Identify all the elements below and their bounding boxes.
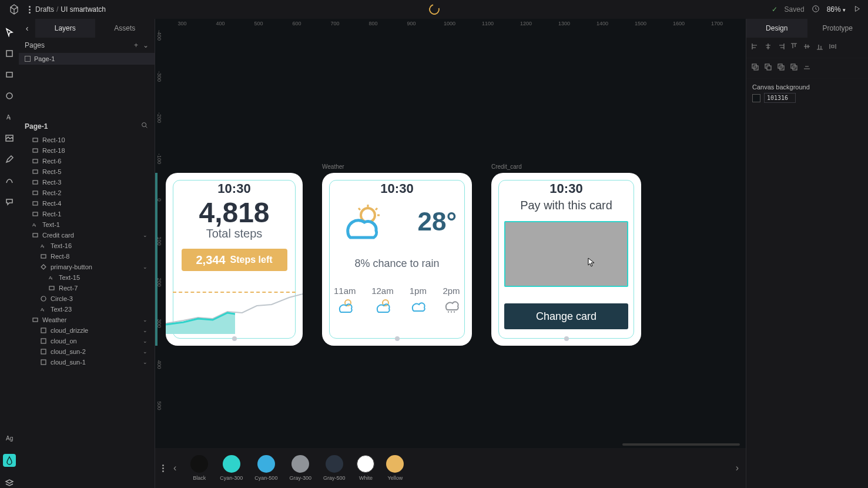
horizontal-scrollbar[interactable] [622,443,740,446]
layer-row[interactable]: AIText-15 [19,272,155,283]
boolean-exclude-icon[interactable] [790,63,798,73]
color-swatch[interactable]: White [357,455,374,481]
distribute-h-icon[interactable] [829,42,837,53]
layer-row[interactable]: cloud_sun-1⌄ [19,357,155,367]
color-swatch[interactable]: Black [190,455,208,481]
align-left-icon[interactable] [751,42,759,53]
collapse-pages-icon[interactable]: ⌄ [143,41,149,49]
layer-row[interactable]: Rect-18 [19,145,155,156]
layer-row[interactable]: primary-button⌄ [19,262,155,272]
color-swatch[interactable]: Yellow [386,455,404,481]
zoom-level[interactable]: 86% ▾ [827,5,846,14]
boolean-union-icon[interactable] [751,63,759,73]
layer-row[interactable]: cloud_on⌄ [19,336,155,346]
canvas-bg-input[interactable] [764,93,796,103]
layer-row[interactable]: AIText-23 [19,304,155,315]
layer-row[interactable]: AIText-16 [19,240,155,251]
layer-row[interactable]: Rect-8 [19,251,155,262]
layer-row[interactable]: Rect-4 [19,198,155,209]
layer-row[interactable]: Rect-7 [19,283,155,293]
chevron-down-icon[interactable]: ⌄ [143,232,148,238]
layers-list[interactable]: Rect-10Rect-18Rect-6Rect-5Rect-3Rect-2Re… [19,135,155,367]
align-bottom-icon[interactable] [816,42,824,53]
layer-row[interactable]: Credit card⌄ [19,230,155,240]
play-icon[interactable] [853,5,861,15]
app-logo-icon[interactable] [8,4,20,15]
align-hcenter-icon[interactable] [764,42,772,53]
add-page-icon[interactable]: + [134,41,138,49]
color-swatch[interactable]: Gray-500 [323,455,346,481]
layer-row[interactable]: Rect-10 [19,135,155,145]
layer-type-icon [40,327,47,334]
rectangle-tool-icon[interactable] [4,69,15,80]
boolean-intersect-icon[interactable] [777,63,785,73]
palette-menu-icon[interactable] [162,464,164,472]
chevron-down-icon[interactable]: ⌄ [143,338,148,344]
tab-design[interactable]: Design [746,19,807,38]
frame-steps[interactable]: 10:30 4,818 Total steps 2,344 Steps left [166,173,303,346]
page-row[interactable]: Page-1 [19,53,155,65]
tab-prototype[interactable]: Prototype [807,19,869,38]
align-vcenter-icon[interactable] [803,42,811,53]
move-tool-icon[interactable] [4,27,15,38]
back-button[interactable]: ‹ [19,19,35,38]
text-tool-icon[interactable]: AI [4,112,15,122]
svg-rect-16 [33,212,38,216]
ellipse-tool-icon[interactable] [4,91,15,101]
frame-label-weather[interactable]: Weather [322,163,344,170]
frame-credit-card[interactable]: 10:30 Pay with this card Change card [491,173,641,346]
layer-row[interactable]: AIText-1 [19,219,155,230]
color-drop-icon[interactable] [3,454,16,467]
palette-next-icon[interactable]: › [736,463,739,473]
canvas[interactable]: 3004005006007008009001000110012001300140… [155,19,746,488]
workspace[interactable]: 10:30 4,818 Total steps 2,344 Steps left… [165,29,746,448]
layer-row[interactable]: Rect-1 [19,209,155,219]
main-menu-icon[interactable] [24,6,35,14]
layer-row[interactable]: cloud_drizzle⌄ [19,325,155,336]
image-tool-icon[interactable] [4,133,15,143]
layer-row[interactable]: Rect-3 [19,177,155,188]
layer-row[interactable]: Circle-3 [19,293,155,304]
svg-rect-10 [33,149,38,152]
frame-label-credit[interactable]: Credit_card [491,163,522,170]
tab-assets[interactable]: Assets [95,19,155,38]
layer-label: Rect-7 [59,285,78,292]
palette-prev-icon[interactable]: ‹ [170,463,180,473]
history-icon[interactable] [812,5,820,15]
steps-label: Total steps [166,227,303,240]
chevron-down-icon[interactable]: ⌄ [143,317,148,323]
layer-label: cloud_sun-1 [51,359,86,366]
check-icon: ✓ [772,5,777,14]
frame-tool-icon[interactable] [4,48,15,59]
pen-tool-icon[interactable] [4,154,15,165]
chevron-down-icon[interactable]: ⌄ [143,327,148,333]
change-card-button[interactable]: Change card [504,303,628,329]
layer-label: Rect-5 [42,168,61,175]
layer-row[interactable]: cloud_sun-2⌄ [19,346,155,357]
card-placeholder[interactable] [504,221,628,287]
path-tool-icon[interactable] [4,175,15,186]
layer-row[interactable]: Rect-6 [19,156,155,166]
layer-row[interactable]: Rect-5 [19,166,155,177]
boolean-subtract-icon[interactable] [764,63,772,73]
align-right-icon[interactable] [777,42,785,53]
color-swatch[interactable]: Cyan-500 [254,455,277,481]
color-swatch[interactable]: Gray-300 [289,455,311,481]
frame-weather[interactable]: 10:30 28° 8% chance to rain 11am 12am [322,173,472,346]
comment-tool-icon[interactable] [4,196,15,207]
chevron-down-icon[interactable]: ⌄ [143,359,148,365]
color-swatch[interactable]: Cyan-300 [220,455,243,481]
align-top-icon[interactable] [790,42,798,53]
layer-row[interactable]: Rect-2 [19,188,155,198]
chevron-down-icon[interactable]: ⌄ [143,264,148,270]
layers-icon[interactable] [4,477,15,488]
flatten-icon[interactable] [803,63,811,73]
search-layers-icon[interactable] [140,121,149,131]
breadcrumb-file[interactable]: UI smartwatch [61,5,106,14]
canvas-bg-swatch[interactable] [752,94,760,102]
breadcrumb-drafts[interactable]: Drafts [35,5,54,14]
typography-icon[interactable]: Ag [4,433,15,443]
layer-row[interactable]: Weather⌄ [19,315,155,325]
tab-layers[interactable]: Layers [35,19,95,38]
chevron-down-icon[interactable]: ⌄ [143,349,148,355]
